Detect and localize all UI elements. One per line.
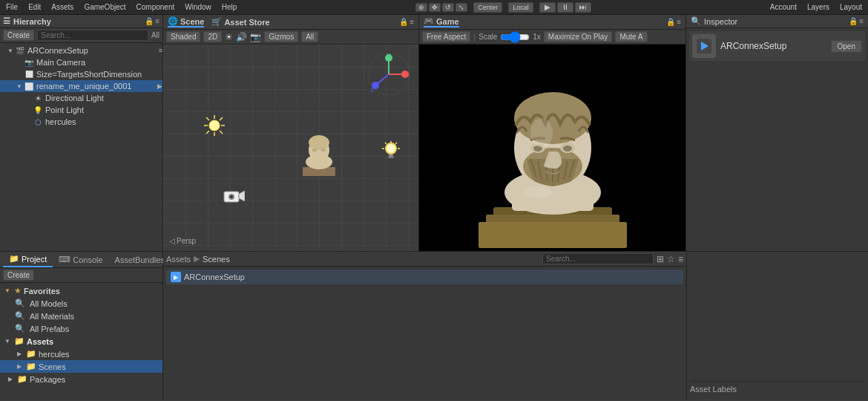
- content-menu[interactable]: ≡: [678, 254, 683, 264]
- tab-console[interactable]: ⌨ Console: [53, 252, 108, 267]
- menu-assets[interactable]: Assets: [48, 3, 76, 11]
- hierarchy-search[interactable]: [37, 30, 148, 41]
- scene-viewport[interactable]: Y X Z: [163, 45, 418, 251]
- local-btn[interactable]: Local: [508, 2, 533, 13]
- step-button[interactable]: ⏭: [575, 2, 591, 13]
- game-lock-icon[interactable]: 🔒: [666, 18, 675, 26]
- packages-folder-icon: 📁: [17, 374, 27, 384]
- scene-header: 🌐 Scene 🛒 Asset Store 🔒 ≡: [163, 15, 418, 30]
- tree-item-maincamera[interactable]: 📷 Main Camera: [0, 56, 162, 68]
- hierarchy-menu[interactable]: ≡: [155, 17, 160, 25]
- hierarchy-icon: ☰: [3, 16, 10, 26]
- audio-toggle[interactable]: 🔊: [236, 32, 247, 42]
- search-icon: 🔍: [15, 324, 25, 333]
- scene-all-btn[interactable]: All: [301, 31, 318, 42]
- move-btn[interactable]: ✥: [429, 3, 441, 12]
- expand-icon[interactable]: ▶: [157, 82, 162, 90]
- top-menubar: File Edit Assets GameObject Component Wi…: [0, 0, 868, 15]
- favorites-label: Favorites: [24, 287, 60, 296]
- asset-labels-text: Asset Labels: [690, 385, 737, 394]
- play-button[interactable]: ▶: [539, 2, 556, 13]
- maximize-btn[interactable]: Maximize On Play: [544, 31, 613, 42]
- inspector-open-btn[interactable]: Open: [831, 40, 862, 53]
- transform-btn[interactable]: ⊕: [415, 3, 427, 12]
- project-create-btn[interactable]: Create: [3, 270, 34, 281]
- tree-item-rename[interactable]: ▼ ⬜ rename_me_unique_0001 ▶: [0, 80, 162, 92]
- pointlight-icon: 💡: [33, 105, 43, 115]
- content-search[interactable]: [542, 253, 654, 264]
- game-panel: 🎮 Game 🔒 ≡ Free Aspect | Scale 1x Maximi…: [419, 15, 686, 251]
- breadcrumb-scenes[interactable]: Scenes: [203, 255, 230, 264]
- tree-item-point-light[interactable]: 💡 Point Light: [0, 104, 162, 116]
- assets-item[interactable]: ▼ 📁 Assets: [0, 335, 162, 348]
- tab-assetbundles[interactable]: AssetBundles: [109, 253, 171, 267]
- light-toggle[interactable]: ☀: [225, 32, 233, 42]
- tree-label: Point Light: [45, 105, 84, 114]
- gizmos-btn[interactable]: Gizmos: [264, 31, 298, 42]
- effects-toggle[interactable]: 📷: [250, 32, 261, 42]
- hierarchy-panel: ☰ Hierarchy 🔒 ≡ Create All ▼ 🎬 ARConnexS…: [0, 15, 163, 251]
- menu-edit[interactable]: Edit: [25, 3, 44, 11]
- scale-slider[interactable]: [500, 33, 530, 41]
- all-models-item[interactable]: 🔍 All Models: [0, 297, 162, 310]
- game-menu-icon[interactable]: ≡: [677, 18, 681, 26]
- tree-item-hercules[interactable]: ⬡ hercules: [0, 116, 162, 128]
- menu-layout[interactable]: Layout: [837, 3, 865, 11]
- content-star[interactable]: ☆: [667, 254, 675, 264]
- gameobject-icon: ⬜: [24, 69, 34, 79]
- search-icon: 🔍: [15, 311, 25, 321]
- center-btn[interactable]: Center: [473, 2, 502, 13]
- assets-folder-icon: 📁: [14, 336, 24, 346]
- menu-gameobject[interactable]: GameObject: [81, 3, 128, 11]
- rotate-btn[interactable]: ↺: [442, 3, 454, 12]
- svg-text:X: X: [406, 71, 410, 78]
- packages-folder[interactable]: ▶ 📁 Packages: [0, 373, 162, 385]
- scene-menu-icon[interactable]: ≡: [410, 18, 414, 26]
- breadcrumb-assets[interactable]: Assets: [166, 255, 191, 264]
- 2d-btn[interactable]: 2D: [203, 31, 222, 42]
- scale-btn[interactable]: ⤡: [456, 3, 467, 12]
- breadcrumb: Assets ▶ Scenes: [166, 254, 230, 264]
- all-materials-item[interactable]: 🔍 All Materials: [0, 310, 162, 322]
- menu-layers[interactable]: Layers: [804, 3, 832, 11]
- all-prefabs-item[interactable]: 🔍 All Prefabs: [0, 322, 162, 335]
- menu-component[interactable]: Component: [134, 3, 178, 11]
- menu-file[interactable]: File: [3, 3, 21, 11]
- tree-item-directional-light[interactable]: ☀ Directional Light: [0, 92, 162, 104]
- inspector-body: ARConnexSetup Open: [686, 28, 868, 251]
- hierarchy-lock[interactable]: 🔒: [145, 17, 154, 25]
- directional-light-obj: [204, 115, 225, 137]
- hercules-folder[interactable]: ▶ 📁 hercules: [0, 348, 162, 360]
- game-tab[interactable]: 🎮 Game: [424, 16, 459, 27]
- tree-menu-icon[interactable]: ≡: [159, 47, 162, 54]
- game-label: Game: [436, 17, 459, 26]
- persp-arrow: ◁: [169, 237, 175, 245]
- favorites-item[interactable]: ▼ ★ Favorites: [0, 284, 162, 297]
- camera-icon: 📷: [24, 57, 34, 68]
- arconnexsetup-asset[interactable]: ▶ ARConnexSetup: [166, 270, 683, 284]
- menu-window[interactable]: Window: [182, 3, 214, 11]
- shaded-btn[interactable]: Shaded: [166, 31, 200, 42]
- mute-btn[interactable]: Mute A: [615, 31, 647, 42]
- game-toolbar: Free Aspect | Scale 1x Maximize On Play …: [419, 30, 685, 45]
- scenes-folder[interactable]: ▶ 📁 Scenes: [0, 360, 162, 373]
- hercules-folder-icon: 📁: [26, 349, 36, 359]
- scene-lock-icon[interactable]: 🔒: [399, 18, 408, 26]
- tree-label: rename_me_unique_0001: [36, 82, 131, 91]
- scene-tab[interactable]: 🌐 Scene: [168, 16, 204, 27]
- tree-item-arconnexsetup[interactable]: ▼ 🎬 ARConnexSetup ≡: [0, 45, 162, 56]
- svg-line-16: [220, 131, 223, 134]
- hierarchy-create-btn[interactable]: Create: [3, 30, 34, 41]
- content-icon-view[interactable]: ⊞: [657, 254, 664, 264]
- menu-help[interactable]: Help: [219, 3, 240, 11]
- tab-project[interactable]: 📁 Project: [3, 252, 53, 267]
- svg-line-15: [206, 117, 209, 120]
- inspector-lock-icon[interactable]: 🔒: [849, 17, 858, 25]
- inspector-menu-icon[interactable]: ≡: [859, 17, 864, 25]
- tree-item-size[interactable]: ⬜ Size=TargetsShortDimension: [0, 68, 162, 80]
- all-materials-label: All Materials: [30, 312, 74, 321]
- asset-store-tab[interactable]: 🛒 Asset Store: [211, 17, 269, 27]
- free-aspect-btn[interactable]: Free Aspect: [422, 31, 470, 42]
- pause-button[interactable]: ⏸: [557, 2, 573, 13]
- menu-account[interactable]: Account: [767, 3, 800, 11]
